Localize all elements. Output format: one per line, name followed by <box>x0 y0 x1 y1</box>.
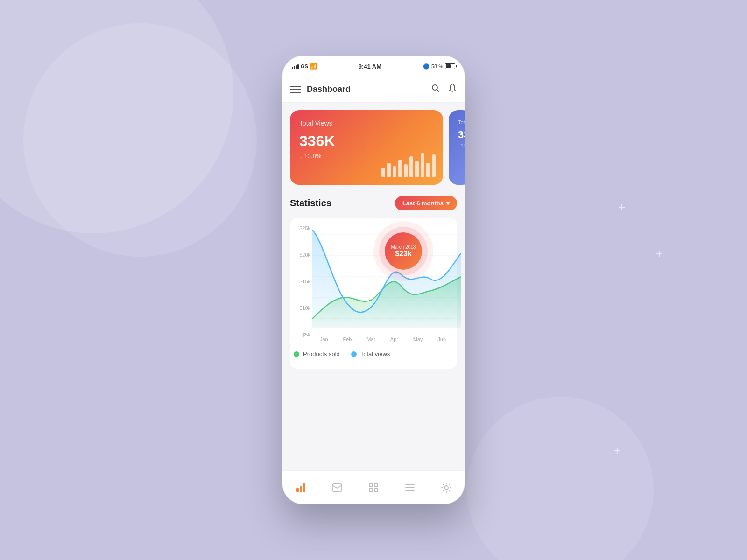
bottom-nav-list[interactable] <box>399 476 421 499</box>
svg-rect-15 <box>374 489 378 492</box>
svg-rect-13 <box>374 483 378 487</box>
y-axis: $5k $10k $15k $20k $25k <box>294 225 310 347</box>
messages-icon <box>332 483 342 492</box>
nav-bar: Dashboard <box>282 77 465 103</box>
svg-point-2 <box>452 91 453 93</box>
chart-container: $5k $10k $15k $20k $25k March 2018 $23k <box>290 218 457 369</box>
legend-label-views: Total views <box>360 350 390 357</box>
bg-shape-2 <box>23 23 257 257</box>
signal-bar-3 <box>296 65 297 69</box>
svg-rect-10 <box>303 483 305 492</box>
chart-legend: Products sold Total views <box>294 347 453 365</box>
status-bar: GS 📶 9:41 AM 🔵 58 % <box>282 56 465 77</box>
plus-icon-2: + <box>655 247 663 260</box>
card-bar-2 <box>387 163 391 178</box>
y-label-25k: $25k <box>294 225 310 231</box>
x-label-apr: Apr <box>390 336 398 342</box>
wifi-icon: 📶 <box>310 63 317 70</box>
chart-area: $5k $10k $15k $20k $25k March 2018 $23k <box>294 225 453 347</box>
signal-bars <box>292 63 299 69</box>
statistics-section: Statistics Last 6 months ▾ $5k $10k $15k… <box>282 185 465 369</box>
period-button[interactable]: Last 6 months ▾ <box>395 196 457 210</box>
bg-shape-3 <box>467 397 654 560</box>
chart-svg <box>312 225 461 333</box>
card-bar-9 <box>426 163 430 178</box>
tooltip-value: $23k <box>395 250 412 258</box>
x-label-jan: Jan <box>320 336 328 342</box>
legend-dot-blue <box>351 351 357 357</box>
nav-title: Dashboard <box>307 84 431 94</box>
bottom-nav-dashboard[interactable] <box>289 476 312 499</box>
card-bar-7 <box>415 161 419 177</box>
nav-icons <box>431 83 457 96</box>
svg-rect-14 <box>369 489 373 492</box>
notification-icon[interactable] <box>448 83 457 96</box>
x-label-jun: Jun <box>437 336 446 342</box>
total-views-card[interactable]: Total Views 336K ↓ 13.8% <box>290 110 443 185</box>
card-bar-10 <box>432 154 436 177</box>
x-label-may: May <box>413 336 423 342</box>
y-label-20k: $20k <box>294 252 310 258</box>
status-time: 9:41 AM <box>359 63 381 70</box>
battery-percent: 58 % <box>431 63 443 69</box>
y-label-15k: $15k <box>294 279 310 284</box>
status-left: GS 📶 <box>292 63 317 70</box>
cards-row: Total Views 336K ↓ 13.8% <box>282 103 465 185</box>
statistics-header: Statistics Last 6 months ▾ <box>290 196 457 210</box>
battery-fill <box>446 64 451 68</box>
tooltip-date: March 2018 <box>391 245 416 250</box>
hamburger-menu[interactable] <box>290 86 301 93</box>
svg-rect-9 <box>300 486 302 492</box>
card-views-change-value: 13.8% <box>304 153 322 160</box>
card-bar-8 <box>421 153 424 178</box>
bottom-nav-grid[interactable] <box>362 476 385 499</box>
x-label-feb: Feb <box>343 336 352 342</box>
list-icon <box>405 483 415 492</box>
hamburger-line-3 <box>290 92 301 93</box>
card-views-title: Total Views <box>299 119 434 127</box>
dashboard-icon <box>296 483 306 493</box>
plus-icon-3: + <box>613 444 621 457</box>
svg-point-19 <box>444 486 448 490</box>
legend-total-views: Total views <box>351 350 390 357</box>
x-axis: Jan Feb Mar Apr May Jun <box>312 335 453 342</box>
y-label-10k: $10k <box>294 305 310 311</box>
card-bars <box>381 145 436 177</box>
card-bar-5 <box>404 164 408 177</box>
svg-rect-12 <box>369 483 373 487</box>
chevron-down-icon: ▾ <box>446 200 450 207</box>
card-bar-6 <box>409 156 413 178</box>
legend-dot-green <box>294 351 299 357</box>
plus-icon-1: + <box>618 201 626 214</box>
legend-label-products: Products sold <box>303 350 340 357</box>
card-bar-1 <box>381 168 385 177</box>
bottom-nav-settings[interactable] <box>435 476 458 499</box>
bluetooth-icon: 🔵 <box>423 63 430 70</box>
svg-line-1 <box>437 90 439 92</box>
card2-title: Tot <box>458 119 463 125</box>
signal-bar-2 <box>294 66 295 69</box>
battery-indicator <box>445 63 455 69</box>
chart-tooltip: March 2018 $23k <box>385 232 422 270</box>
bottom-nav <box>282 470 465 504</box>
card2-value: 33 <box>458 129 463 141</box>
statistics-title: Statistics <box>290 198 331 209</box>
total-card-2[interactable]: Tot 33 ↓13 <box>449 110 465 185</box>
svg-rect-8 <box>296 488 299 492</box>
y-label-5k: $5k <box>294 332 310 337</box>
x-label-mar: Mar <box>366 336 375 342</box>
signal-bar-1 <box>292 67 293 69</box>
scroll-content[interactable]: Total Views 336K ↓ 13.8% <box>282 103 465 470</box>
phone-frame: GS 📶 9:41 AM 🔵 58 % Dashboard <box>282 56 465 504</box>
bottom-nav-messages[interactable] <box>326 476 348 499</box>
hamburger-line-2 <box>290 89 301 90</box>
card-bar-4 <box>398 160 402 178</box>
card-bar-3 <box>393 166 396 178</box>
grid-icon <box>369 483 378 492</box>
hamburger-line-1 <box>290 86 301 87</box>
search-icon[interactable] <box>431 84 440 95</box>
card2-change: ↓13 <box>458 143 463 148</box>
carrier-label: GS <box>301 63 308 69</box>
down-arrow-icon: ↓ <box>299 153 303 160</box>
chart-svg-wrapper: March 2018 $23k <box>312 225 453 335</box>
